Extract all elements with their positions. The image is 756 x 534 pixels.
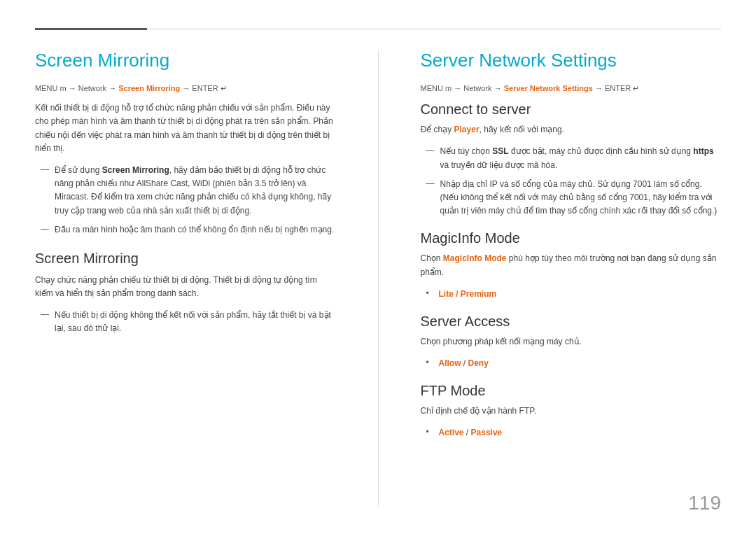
- player-link: Player: [454, 125, 479, 134]
- connect-to-server-title: Connect to server: [421, 101, 722, 118]
- ftp-mode-body: Chỉ định chế độ vận hành FTP.: [421, 405, 722, 418]
- server-access-bullet-1: • Allow / Deny: [421, 357, 722, 370]
- magicinfo-mode-section: MagicInfo Mode Chọn MagicInfo Mode phù h…: [421, 230, 722, 301]
- column-divider: [378, 50, 379, 506]
- right-column: Server Network Settings MENU m → Network…: [421, 50, 722, 506]
- ftp-mode-title: FTP Mode: [421, 383, 722, 399]
- right-menu-label: MENU: [421, 84, 445, 92]
- https-bold: https: [693, 146, 713, 156]
- bullet-dot-2: •: [426, 358, 436, 367]
- bullet-dot-1: •: [426, 288, 436, 298]
- ssl-bold: SSL: [492, 146, 508, 156]
- server-access-section: Server Access Chọn phương pháp kết nối m…: [421, 314, 722, 370]
- top-line-light: [147, 29, 721, 29]
- connect-note-text-1: Nếu tùy chọn SSL được bật, máy chủ được …: [440, 145, 722, 171]
- server-access-body: Chọn phương pháp kết nối mạng máy chủ.: [421, 335, 722, 349]
- magicinfo-mode-title: MagicInfo Mode: [421, 230, 722, 246]
- left-subsection-body: Chạy chức năng phản chiếu từ thiết bị di…: [35, 274, 336, 300]
- right-menu-nav-normal2: → ENTER ↵: [593, 84, 639, 92]
- top-line-dark: [35, 28, 147, 30]
- left-note-1: — Để sử dụng Screen Mirroring, hãy đảm b…: [35, 164, 336, 218]
- note-text-3: Nếu thiết bị di động không thể kết nối v…: [55, 309, 336, 335]
- passive-link: Passive: [471, 428, 503, 437]
- ftp-mode-section: FTP Mode Chỉ định chế độ vận hành FTP. •…: [421, 383, 722, 440]
- connect-to-server-body: Để chạy Player, hãy kết nối với mạng.: [421, 123, 722, 136]
- page-number: 119: [688, 492, 721, 514]
- connect-to-server-section: Connect to server Để chạy Player, hãy kế…: [421, 101, 722, 218]
- left-subsection-title: Screen Mirroring: [35, 251, 336, 267]
- connect-note-dash-2: —: [426, 178, 438, 188]
- ftp-mode-option: Active / Passive: [439, 426, 503, 440]
- connect-note-dash-1: —: [426, 146, 438, 155]
- server-access-option: Allow / Deny: [439, 357, 489, 370]
- page-container: Screen Mirroring MENU m → Network → Scre…: [0, 0, 756, 534]
- note-dash-1: —: [41, 164, 52, 174]
- left-intro-text: Kết nối thiết bị di động hỗ trợ tổ chức …: [35, 101, 336, 155]
- top-decorative-lines: [35, 28, 721, 30]
- menu-nav-normal1: → Network →: [69, 84, 119, 92]
- magicinfo-mode-body: Chọn MagicInfo Mode phù hợp tùy theo môi…: [421, 252, 722, 279]
- ftp-mode-bullet-1: • Active / Passive: [421, 426, 722, 440]
- connect-note-text-2: Nhập địa chỉ IP và số cổng của máy chủ. …: [440, 178, 722, 218]
- allow-link: Allow: [439, 358, 461, 368]
- right-menu-nav-highlight: Server Network Settings: [504, 84, 593, 92]
- left-section-title: Screen Mirroring: [35, 50, 336, 71]
- left-subsection-note-1: — Nếu thiết bị di động không thể kết nối…: [35, 309, 336, 335]
- magicinfo-option-lite-premium: Lite / Premium: [439, 288, 497, 301]
- note-dash-2: —: [41, 224, 52, 234]
- right-menu-path: MENU m → Network → Server Network Settin…: [421, 84, 722, 93]
- right-menu-icon: m: [445, 84, 454, 92]
- bold-screen-mirroring: Screen Mirroring: [102, 165, 169, 175]
- magicinfo-link: MagicInfo Mode: [443, 253, 507, 263]
- note-text-1: Để sử dụng Screen Mirroring, hãy đảm bảo…: [55, 164, 336, 218]
- menu-label: MENU: [35, 84, 59, 92]
- note-dash-3: —: [41, 309, 52, 319]
- note-text-2: Đầu ra màn hình hoặc âm thanh có thể khô…: [55, 223, 334, 237]
- connect-note-1: — Nếu tùy chọn SSL được bật, máy chủ đượ…: [421, 145, 722, 171]
- right-section-title: Server Network Settings: [421, 50, 722, 71]
- left-menu-path: MENU m → Network → Screen Mirroring → EN…: [35, 84, 336, 93]
- server-access-title: Server Access: [421, 314, 722, 330]
- bullet-dot-3: •: [426, 427, 436, 437]
- menu-icon: m: [59, 84, 68, 92]
- menu-nav-normal2: → ENTER ↵: [180, 84, 226, 92]
- right-menu-nav-normal1: → Network →: [454, 84, 504, 92]
- left-note-2: — Đầu ra màn hình hoặc âm thanh có thể k…: [35, 223, 336, 237]
- active-link: Active: [439, 428, 464, 437]
- left-column: Screen Mirroring MENU m → Network → Scre…: [35, 50, 336, 506]
- connect-note-2: — Nhập địa chỉ IP và số cổng của máy chủ…: [421, 178, 722, 218]
- deny-link: Deny: [468, 358, 489, 368]
- magicinfo-bullet-1: • Lite / Premium: [421, 288, 722, 301]
- menu-nav-highlight: Screen Mirroring: [118, 84, 180, 92]
- content-columns: Screen Mirroring MENU m → Network → Scre…: [35, 50, 721, 506]
